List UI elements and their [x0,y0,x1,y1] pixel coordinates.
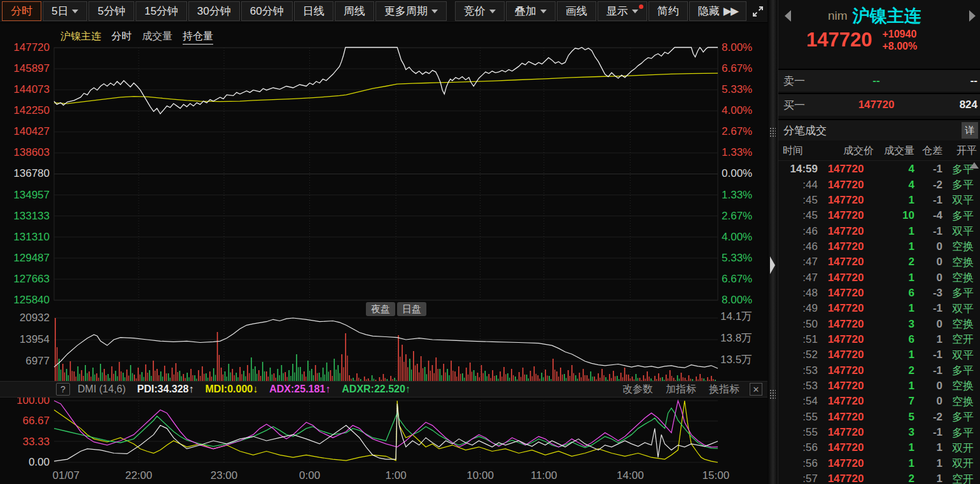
column-header-时间: 时间 [778,144,818,158]
tool-button-显示[interactable]: 显示 [598,1,647,21]
tool-button-隐藏[interactable]: 隐藏▶▶ [689,1,746,21]
tick-row[interactable]: :5714772021空开 [778,471,980,484]
tool-button-简约[interactable]: 简约 [648,1,688,21]
tick-row[interactable]: :521477201-1双平 [778,347,980,363]
panel-splitter[interactable] [767,0,778,484]
dmi-indicator-bar: ? DMI (14,6) PDI:34.328↑ MDI:0.000↓ ADX:… [0,381,767,398]
period-button-更多周期[interactable]: 更多周期 [375,1,447,21]
percent-axis-label: 5.33% [722,83,752,97]
period-button-60分钟[interactable]: 60分钟 [241,1,293,21]
detail-button[interactable]: 详 [962,122,978,139]
percent-axis-label: 5.33% [722,251,752,265]
trade-price: 147720 [818,457,874,470]
tick-row[interactable]: :531477202-1多平 [778,363,980,378]
trade-time: :46 [778,240,818,253]
percent-axis-label: 1.33% [722,146,752,160]
splitter-grip[interactable] [769,127,776,137]
tick-row[interactable]: :4614772010空换 [778,239,980,254]
period-button-周线[interactable]: 周线 [335,1,374,21]
splitter-grip[interactable] [769,389,776,399]
night-session-button[interactable]: 夜盘 [366,302,395,316]
legend-volume[interactable]: 成交量 [142,30,172,45]
column-header-开平: 开平 [942,144,977,158]
tick-row[interactable]: :4514772010-4多平 [778,208,980,223]
help-icon[interactable]: ? [56,383,70,396]
tick-row[interactable]: :451477201-1双平 [778,193,980,208]
tick-row[interactable]: :491477201-1双平 [778,301,980,316]
period-button-5分钟[interactable]: 5分钟 [88,1,134,21]
bid-row[interactable]: 买一 147720 824 [778,93,980,116]
trade-time: :45 [778,209,818,222]
tick-row[interactable]: :441477204-2多平 [778,177,980,192]
tick-row[interactable]: :5414772070空换 [778,394,980,409]
percent-axis-label: 6.67% [722,62,752,76]
collapse-arrow-icon[interactable] [770,256,775,274]
tick-row[interactable]: :5614772011双开 [778,456,980,471]
bid-label: 买一 [778,98,816,113]
open-close-flag: 空开 [942,472,977,484]
open-interest-axis-label: 13.8万 [720,331,752,345]
price-axis-label: 134957 [0,188,50,202]
tick-table[interactable]: 14:591477204-1多平:441477204-2多平:451477201… [778,162,980,484]
period-button-15分钟[interactable]: 15分钟 [136,1,187,21]
legend-open-interest[interactable]: 持仓量 [183,30,213,45]
tick-row[interactable]: :481477206-3多平 [778,286,980,301]
dmi-mdi-value: MDI:0.000↓ [206,384,258,395]
tick-row[interactable]: 14:591477204-1多平 [778,162,980,177]
trade-time: :47 [778,256,818,268]
position-change: -2 [914,179,942,191]
column-header-成交价: 成交价 [818,144,874,158]
quote-panel: nim 沪镍主连 147720 +10940 +8.00% 卖一 -- -- 买… [778,0,980,484]
price-axis-label: 125840 [0,293,50,307]
open-close-flag: 空开 [942,332,977,347]
day-session-button[interactable]: 日盘 [397,302,426,316]
tick-row[interactable]: :5614772011双开 [778,440,980,455]
ask-row[interactable]: 卖一 -- -- [778,69,980,92]
tool-button-竞价[interactable]: 竞价 [455,1,505,21]
legend-timeline[interactable]: 分时 [111,30,132,45]
close-icon[interactable]: ✕ [750,383,762,396]
period-button-日线[interactable]: 日线 [294,1,333,21]
ask-price: -- [816,74,936,87]
tick-row[interactable]: :5014772030空换 [778,316,980,331]
open-close-flag: 多平 [942,209,977,223]
tick-row[interactable]: :551477203-1多平 [778,425,980,440]
prev-contract-arrow-icon[interactable] [785,10,791,22]
tick-row[interactable]: :461477201-1双平 [778,223,980,239]
tool-button-画线[interactable]: 画线 [557,1,596,21]
tick-table-columns: 时间成交价成交量仓差开平 [778,142,980,161]
chart-canvas[interactable] [0,23,767,484]
change-params-link[interactable]: 改参数 [622,383,653,396]
add-indicator-link[interactable]: 加指标 [666,383,696,396]
open-close-flag: 空换 [942,317,977,331]
switch-indicator-link[interactable]: 换指标 [709,383,739,396]
period-button-5日[interactable]: 5日 [43,1,87,21]
trade-volume: 6 [874,287,914,300]
position-change: 0 [914,318,942,331]
trade-volume: 1 [874,272,914,284]
position-change: 1 [914,441,942,454]
tick-row[interactable]: :551477205-2多平 [778,410,980,425]
trade-time: :50 [778,318,818,331]
volume-axis-label: 20932 [0,311,50,325]
trade-price: 147720 [818,411,874,424]
tool-button-叠加[interactable]: 叠加 [506,1,556,21]
fullscreen-icon[interactable] [750,3,766,20]
trade-time: :51 [778,333,818,346]
tick-row[interactable]: :5314772010空换 [778,378,980,394]
price-change: +10940 [882,28,917,40]
scroll-up-arrow-icon[interactable] [970,162,979,169]
period-button-30分钟[interactable]: 30分钟 [188,1,240,21]
trade-price: 147720 [818,240,874,253]
percent-axis-label: 6.67% [722,272,752,286]
contract-code: nim [828,9,848,23]
tick-row[interactable]: :4714772020空换 [778,254,980,270]
next-contract-arrow-icon[interactable] [969,10,976,22]
tick-row[interactable]: :5114772061空开 [778,332,980,347]
tick-list-title: 分笔成交 [783,123,827,138]
trade-volume: 1 [874,457,914,470]
legend-symbol: 沪镍主连 [60,30,101,45]
price-axis-label: 131310 [0,230,50,244]
tick-row[interactable]: :4714772010空换 [778,270,980,285]
period-button-分时[interactable]: 分时 [2,1,41,21]
